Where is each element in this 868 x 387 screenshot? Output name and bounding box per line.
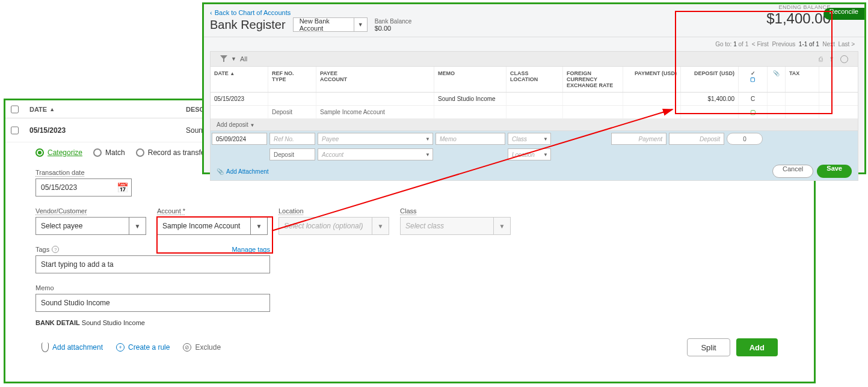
transaction-date-label: Transaction date — [35, 169, 132, 176]
split-button[interactable]: Split — [687, 338, 730, 356]
calendar-icon[interactable]: 📅 — [114, 182, 131, 194]
edit-account[interactable]: Account▼ — [318, 148, 433, 160]
gear-icon[interactable] — [840, 55, 848, 63]
edit-add-attachment[interactable]: 📎Add Attachment — [217, 168, 269, 175]
select-all-checkbox[interactable] — [11, 105, 19, 114]
edit-payee[interactable]: Payee▼ — [318, 133, 433, 145]
chevron-down-icon: ▼ — [129, 218, 146, 234]
paperclip-icon — [42, 343, 49, 352]
tags-label: Tags — [35, 246, 49, 253]
detail-footer: Add attachment + Create a rule ⊘ Exclude… — [35, 338, 784, 356]
memo-input[interactable]: Sound Studio Income — [35, 294, 270, 312]
help-icon[interactable]: ? — [52, 246, 59, 253]
exclude-link[interactable]: ⊘ Exclude — [183, 343, 221, 352]
account-selector[interactable]: New Bank Account ▼ — [293, 17, 368, 32]
plus-circle-icon: + — [116, 343, 125, 352]
location-field: Location Select location (optional) ▼ — [279, 207, 389, 235]
add-deposit-dropdown[interactable]: Add deposit ▼ — [211, 119, 858, 131]
bank-balance-value: $0.00 — [375, 25, 412, 32]
col-memo[interactable]: MEMO — [434, 67, 506, 92]
edit-payment[interactable]: Payment — [611, 133, 666, 145]
new-entry-row: 05/09/2024 Ref No. Payee▼ Memo Class▼ Pa… — [211, 131, 858, 180]
chevron-down-icon: ▼ — [493, 218, 510, 234]
location-select[interactable]: Select location (optional) ▼ — [279, 217, 389, 235]
edit-date[interactable]: 05/09/2024 — [212, 133, 267, 145]
edit-class[interactable]: Class▼ — [508, 133, 551, 145]
paperclip-icon: 📎 — [217, 168, 224, 175]
last-page-link[interactable]: Last > — [838, 41, 855, 47]
transaction-date-field: Transaction date 05/15/2023 📅 — [35, 169, 132, 197]
edit-type[interactable]: Deposit — [269, 148, 315, 160]
col-payment[interactable]: PAYMENT (USD) — [623, 67, 681, 92]
column-date[interactable]: DATE▲ — [23, 106, 180, 113]
filter-all[interactable]: All — [240, 55, 247, 62]
edit-memo[interactable]: Memo — [436, 133, 505, 145]
chevron-left-icon: ‹ — [210, 9, 212, 16]
location-label: Location — [279, 207, 389, 215]
edit-zero[interactable]: 0 — [727, 133, 763, 145]
col-ref[interactable]: REF NO.TYPE — [268, 67, 316, 92]
edit-ref[interactable]: Ref No. — [269, 133, 315, 145]
tags-field: Tags ? Manage tags Start typing to add a… — [35, 246, 784, 273]
edit-deposit[interactable]: Deposit — [669, 133, 724, 145]
radio-match[interactable]: Match — [93, 148, 125, 157]
col-date[interactable]: DATE ▲ — [211, 67, 268, 92]
tags-input[interactable]: Start typing to add a ta — [35, 255, 270, 273]
memo-field: Memo Sound Studio Income — [35, 284, 270, 312]
slash-circle-icon: ⊘ — [183, 343, 191, 352]
col-payee[interactable]: PAYEEACCOUNT — [316, 67, 434, 92]
highlight-deposit-area — [675, 11, 833, 114]
vendor-select[interactable]: Select payee ▼ — [35, 217, 146, 235]
save-button[interactable]: Save — [817, 165, 852, 178]
chevron-down-icon: ▼ — [372, 218, 389, 234]
vendor-label: Vendor/Customer — [35, 207, 146, 215]
radio-record-transfer[interactable]: Record as transfer — [136, 148, 208, 157]
page-title: Bank Register — [210, 18, 286, 32]
edit-location[interactable]: Location▼ — [508, 148, 551, 160]
add-button[interactable]: Add — [736, 338, 778, 356]
account-label: Account — [157, 207, 268, 215]
row-checkbox[interactable] — [11, 126, 19, 135]
create-rule-link[interactable]: + Create a rule — [116, 343, 170, 352]
row-date: 05/15/2023 — [23, 126, 180, 135]
memo-label: Memo — [35, 284, 270, 291]
add-attachment-link[interactable]: Add attachment — [42, 343, 103, 352]
radio-categorize[interactable]: Categorize — [35, 148, 82, 157]
class-field: Class Select class ▼ — [400, 207, 511, 235]
funnel-icon[interactable] — [220, 55, 227, 62]
highlight-account — [156, 216, 273, 254]
chevron-down-icon: ▼ — [354, 18, 367, 31]
col-class[interactable]: CLASSLOCATION — [506, 67, 563, 92]
bank-detail: BANK DETAIL Sound Studio Income — [35, 319, 784, 326]
class-label: Class — [400, 207, 511, 215]
col-fx[interactable]: FOREIGN CURRENCYEXCHANGE RATE — [563, 67, 623, 92]
class-select[interactable]: Select class ▼ — [400, 217, 511, 235]
bank-balance-label: Bank Balance — [375, 18, 412, 25]
cancel-button[interactable]: Cancel — [772, 165, 813, 178]
back-to-accounts-link[interactable]: ‹ Back to Chart of Accounts — [210, 9, 291, 16]
transaction-date-input[interactable]: 05/15/2023 📅 — [35, 178, 132, 197]
vendor-field: Vendor/Customer Select payee ▼ — [35, 207, 146, 235]
